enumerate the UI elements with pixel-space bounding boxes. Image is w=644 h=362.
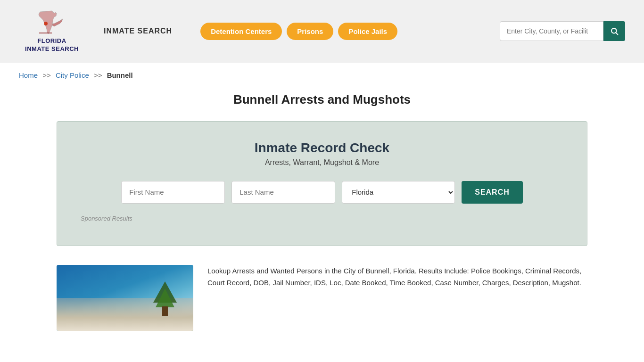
detention-centers-button[interactable]: Detention Centers: [200, 23, 282, 40]
page-title-section: Bunnell Arrests and Mugshots: [0, 88, 644, 116]
breadcrumb-city-police[interactable]: City Police: [56, 71, 89, 79]
police-jails-button[interactable]: Police Jails: [338, 23, 397, 40]
nav-buttons: Detention Centers Prisons Police Jails: [200, 23, 486, 40]
page-title: Bunnell Arrests and Mugshots: [19, 92, 625, 107]
logo-text: FLORIDA INMATE SEARCH: [25, 37, 79, 53]
header: FLORIDA INMATE SEARCH INMATE SEARCH Dete…: [0, 0, 644, 63]
record-check-box: Inmate Record Check Arrests, Warrant, Mu…: [57, 121, 587, 246]
bottom-section: Lookup Arrests and Wanted Persons in the…: [0, 255, 644, 350]
record-search-form: AlabamaAlaskaArizonaArkansasCaliforniaCo…: [81, 181, 563, 204]
svg-marker-1: [52, 19, 63, 26]
sponsored-results: Sponsored Results: [81, 215, 563, 222]
svg-rect-8: [162, 306, 168, 316]
facility-search-input[interactable]: [500, 21, 603, 41]
svg-point-2: [44, 22, 48, 25]
header-search-bar: [500, 21, 625, 41]
tree-icon: [151, 279, 179, 317]
florida-map-icon: [35, 9, 68, 35]
breadcrumb-current: Bunnell: [107, 71, 133, 79]
breadcrumb: Home >> City Police >> Bunnell: [0, 63, 644, 88]
svg-line-5: [616, 33, 618, 35]
record-check-heading: Inmate Record Check: [81, 140, 563, 156]
record-search-button[interactable]: SEARCH: [462, 181, 523, 204]
breadcrumb-separator-1: >>: [42, 71, 51, 79]
breadcrumb-separator-2: >>: [94, 71, 102, 79]
record-check-subtitle: Arrests, Warrant, Mugshot & More: [81, 158, 563, 167]
description-text: Lookup Arrests and Wanted Persons in the…: [207, 265, 587, 289]
first-name-input[interactable]: [121, 181, 225, 204]
breadcrumb-home[interactable]: Home: [19, 71, 38, 79]
last-name-input[interactable]: [231, 181, 335, 204]
svg-marker-0: [39, 11, 57, 34]
inmate-search-label: INMATE SEARCH: [104, 27, 172, 35]
state-select[interactable]: AlabamaAlaskaArizonaArkansasCaliforniaCo…: [342, 181, 455, 204]
search-icon: [610, 27, 619, 35]
prisons-button[interactable]: Prisons: [287, 23, 333, 40]
bunnell-image: [57, 265, 193, 331]
logo-area: FLORIDA INMATE SEARCH: [19, 9, 85, 53]
facility-search-button[interactable]: [603, 21, 625, 41]
